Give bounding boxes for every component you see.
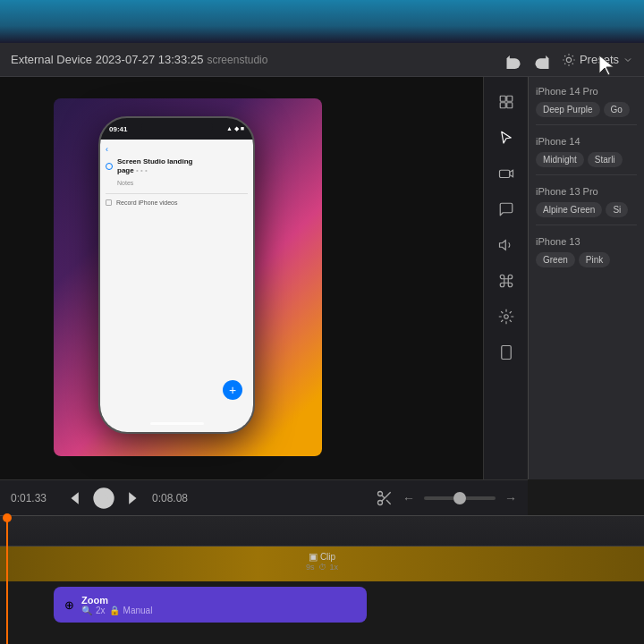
- presets-button[interactable]: Presets: [562, 53, 633, 67]
- scissors-icon: [376, 489, 394, 507]
- preset-divider-2: [536, 174, 637, 175]
- preset-section-iphone14pro: iPhone 14 Pro Deep Purple Go: [529, 77, 644, 123]
- svg-rect-5: [499, 170, 509, 177]
- tool-adjust[interactable]: [490, 301, 522, 333]
- presets-icon: [562, 53, 576, 67]
- redo-icon: [533, 51, 551, 69]
- preset-title-iphone13pro: iPhone 13 Pro: [536, 186, 637, 197]
- preset-chip-midnight[interactable]: Midnight: [536, 152, 584, 167]
- svg-point-17: [378, 500, 383, 504]
- zoom-meta: 🔍 2x 🔒 Manual: [81, 606, 152, 615]
- phone-mockup-container: 09:41 ▲ ◆ ■ ‹ Screen Studio landing page…: [54, 98, 322, 456]
- skip-forward-button[interactable]: [125, 489, 143, 507]
- preset-chip-si[interactable]: Si: [606, 202, 628, 217]
- phone-app-icon: [106, 163, 113, 170]
- clip-item: ▣ Clip 9s ⏱ 1x: [306, 551, 338, 572]
- playback-controls-bar: 0:01.33 0:08.08 ← →: [0, 479, 528, 515]
- svg-rect-3: [500, 103, 505, 108]
- phone-status-icons: ▲ ◆ ■: [226, 125, 244, 132]
- tool-shortcut[interactable]: [490, 265, 522, 297]
- svg-marker-10: [72, 492, 79, 504]
- skip-back-icon: [64, 489, 82, 507]
- play-icon: [91, 486, 116, 511]
- zoom-track: ⊕ Zoom 🔍 2x 🔒 Manual: [54, 587, 367, 628]
- preset-chip-pink[interactable]: Pink: [579, 252, 610, 267]
- svg-point-0: [566, 57, 571, 62]
- preset-chip-green[interactable]: Green: [536, 252, 575, 267]
- svg-rect-8: [501, 346, 511, 360]
- tool-camera[interactable]: [490, 157, 522, 190]
- preset-chips-iphone14: Midnight Starli: [536, 152, 637, 167]
- phone-back-button: ‹: [106, 145, 248, 154]
- grid-icon: [498, 94, 514, 110]
- phone-record-text: Record iPhone videos: [116, 199, 178, 206]
- preset-chip-alpine-green[interactable]: Alpine Green: [536, 202, 602, 217]
- preset-title-iphone14pro: iPhone 14 Pro: [536, 86, 637, 97]
- preset-chips-iphone14pro: Deep Purple Go: [536, 102, 637, 117]
- preset-chip-deep-purple[interactable]: Deep Purple: [536, 102, 600, 117]
- end-time-label: 0:08.08: [152, 492, 197, 504]
- phone-plus-button[interactable]: +: [223, 380, 242, 400]
- zoom-pill[interactable]: ⊕ Zoom 🔍 2x 🔒 Manual: [54, 587, 367, 623]
- zoom-pill-text: Zoom 🔍 2x 🔒 Manual: [81, 595, 152, 615]
- speed-left-arrow[interactable]: ←: [402, 491, 415, 505]
- preset-chips-iphone13: Green Pink: [536, 252, 637, 267]
- tool-device[interactable]: [490, 336, 522, 369]
- zoom-icon: ⊕: [64, 598, 74, 612]
- play-button[interactable]: [91, 486, 116, 511]
- chat-icon: [498, 201, 514, 217]
- preset-title-iphone13: iPhone 13: [536, 236, 637, 247]
- clip-track: ▣ Clip 9s ⏱ 1x: [0, 546, 644, 581]
- scrubber-line: [6, 515, 8, 644]
- tool-select[interactable]: [490, 86, 522, 118]
- zoom-search-icon: 🔍: [81, 606, 92, 615]
- header-controls: Presets: [504, 51, 633, 69]
- svg-line-20: [382, 495, 385, 497]
- phone-home-bar: [150, 422, 204, 425]
- preset-chip-go[interactable]: Go: [604, 102, 630, 117]
- preset-title-iphone14: iPhone 14: [536, 136, 637, 147]
- redo-button[interactable]: [533, 51, 551, 69]
- chevron-down-icon: [623, 55, 633, 65]
- header-bar: External Device 2023-07-27 13:33:25 scre…: [0, 43, 644, 77]
- svg-rect-1: [500, 96, 505, 101]
- preset-divider-3: [536, 225, 637, 225]
- preset-chip-starlight[interactable]: Starli: [588, 152, 623, 167]
- svg-marker-14: [129, 492, 136, 504]
- speed-thumb[interactable]: [453, 492, 466, 504]
- phone-time: 09:41: [109, 125, 127, 133]
- phone-frame: 09:41 ▲ ◆ ■ ‹ Screen Studio landing page…: [98, 116, 255, 434]
- zoom-title: Zoom: [81, 595, 152, 606]
- scissors-button[interactable]: [376, 489, 394, 507]
- cursor-icon: [498, 130, 514, 146]
- phone-notes-label: Notes: [117, 180, 248, 186]
- svg-point-7: [504, 315, 508, 319]
- svg-rect-4: [506, 103, 512, 108]
- tool-audio[interactable]: [490, 229, 522, 261]
- clip-label: ▣ Clip: [309, 551, 335, 563]
- sliders-icon: [498, 309, 514, 325]
- top-gradient-bar: [0, 0, 644, 43]
- phone-app-name: Screen Studio landing: [117, 157, 192, 166]
- tool-cursor[interactable]: [490, 122, 522, 154]
- preset-section-iphone13: iPhone 13 Green Pink: [529, 227, 644, 273]
- phone-app-item: Screen Studio landing page • • •: [106, 157, 248, 174]
- phone-record-item: Record iPhone videos: [106, 199, 248, 206]
- zoom-lock-icon: 🔒: [109, 606, 120, 615]
- camera-icon: [498, 165, 514, 182]
- preset-divider-1: [536, 124, 637, 125]
- phone-app-page: page • • •: [117, 166, 192, 175]
- svg-line-19: [386, 500, 391, 504]
- current-time-label: 0:01.33: [11, 492, 55, 504]
- zoom-scale: 2x: [96, 606, 106, 615]
- speaker-icon: [498, 237, 514, 253]
- presets-panel: iPhone 14 Pro Deep Purple Go iPhone 14 M…: [528, 77, 644, 479]
- command-icon: [498, 273, 514, 289]
- phone-screen-content: ‹ Screen Studio landing page • • • Notes…: [100, 140, 253, 434]
- speed-right-arrow[interactable]: →: [504, 491, 517, 505]
- undo-button[interactable]: [504, 51, 522, 69]
- svg-point-16: [378, 491, 383, 496]
- tool-chat[interactable]: [490, 193, 522, 225]
- clip-speed: 1x: [330, 563, 339, 572]
- skip-back-button[interactable]: [64, 489, 82, 507]
